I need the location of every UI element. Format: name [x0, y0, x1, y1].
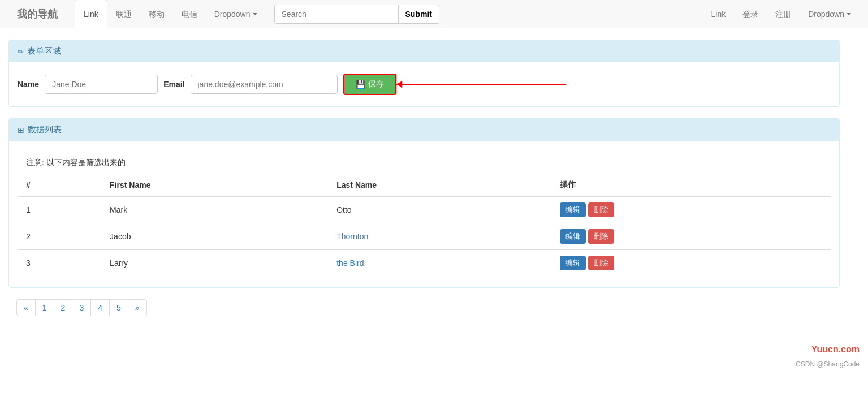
td-id: 3	[18, 250, 101, 277]
search-form: Submit	[274, 5, 439, 24]
delete-button[interactable]: 删除	[588, 256, 614, 270]
td-actions: 编辑删除	[551, 196, 831, 223]
navbar-brand: 我的导航	[8, 0, 66, 29]
pagination-page-1[interactable]: 1	[35, 299, 54, 316]
nav-right-link[interactable]: Link	[702, 0, 734, 28]
table-panel-heading: 数据列表	[9, 119, 839, 141]
td-last-name: Thornton	[328, 223, 551, 250]
navbar: 我的导航 Link 联通 移动 电信 Dropdown Submit Link …	[0, 0, 868, 28]
col-header-id: #	[18, 174, 101, 197]
form-panel: 表单区域 Name Email 保存	[8, 40, 840, 107]
table-panel-body: 注意: 以下内容是筛选出来的 # First Name Last Name 操作…	[9, 141, 839, 287]
name-input[interactable]	[45, 75, 158, 94]
dropdown-caret-icon	[253, 13, 257, 15]
table-row: 3Larrythe Bird编辑删除	[18, 250, 831, 277]
arrow-annotation	[396, 84, 566, 85]
pagination-prev[interactable]: «	[16, 299, 36, 316]
table-row: 2JacobThornton编辑删除	[18, 223, 831, 250]
delete-button[interactable]: 删除	[588, 229, 614, 244]
save-icon	[356, 80, 365, 89]
main-container: 表单区域 Name Email 保存	[0, 28, 848, 339]
pagination-next[interactable]: »	[128, 299, 147, 316]
pagination-page-5[interactable]: 5	[109, 299, 128, 316]
nav-dropdown-right[interactable]: Dropdown	[800, 1, 860, 27]
save-button[interactable]: 保存	[343, 74, 396, 95]
form-panel-body: Name Email 保存	[9, 62, 839, 106]
col-header-firstname: First Name	[101, 174, 328, 197]
nav-link-liantong[interactable]: 联通	[107, 0, 140, 28]
name-label: Name	[18, 80, 39, 89]
pagination-page-4[interactable]: 4	[90, 299, 110, 316]
data-table: # First Name Last Name 操作 1MarkOtto编辑删除2…	[18, 174, 831, 276]
table-icon	[18, 125, 24, 135]
table-panel-title: 数据列表	[28, 124, 62, 135]
td-first-name: Mark	[101, 196, 328, 223]
email-label: Email	[163, 80, 184, 89]
td-actions: 编辑删除	[551, 223, 831, 250]
form-panel-heading: 表单区域	[9, 40, 839, 62]
td-first-name: Larry	[101, 250, 328, 277]
email-input[interactable]	[191, 75, 338, 94]
table-panel: 数据列表 注意: 以下内容是筛选出来的 # First Name Last Na…	[8, 118, 840, 288]
nav-link-link[interactable]: Link	[75, 0, 107, 29]
col-header-actions: 操作	[551, 174, 831, 197]
td-last-name: Otto	[328, 196, 551, 223]
col-header-lastname: Last Name	[328, 174, 551, 197]
nav-right-login[interactable]: 登录	[734, 0, 767, 28]
footer-brand: Yuucn.com	[0, 339, 868, 360]
form-row: Name Email 保存	[18, 74, 831, 95]
pagination-page-2[interactable]: 2	[54, 299, 73, 316]
nav-dropdown-left[interactable]: Dropdown	[206, 1, 266, 27]
notice-text: 注意: 以下内容是筛选出来的	[18, 152, 831, 174]
navbar-right: Link 登录 注册 Dropdown	[702, 0, 860, 28]
nav-right-register[interactable]: 注册	[767, 0, 800, 28]
nav-link-yidong[interactable]: 移动	[140, 0, 173, 28]
edit-button[interactable]: 编辑	[560, 256, 586, 270]
td-first-name: Jacob	[101, 223, 328, 250]
td-last-name: the Bird	[328, 250, 551, 277]
submit-button[interactable]: Submit	[399, 5, 439, 24]
dropdown-caret-right-icon	[847, 13, 851, 15]
delete-button[interactable]: 删除	[588, 202, 614, 217]
edit-button[interactable]: 编辑	[560, 229, 586, 244]
td-id: 2	[18, 223, 101, 250]
footer-csdn: CSDN @ShangCode	[0, 360, 868, 374]
form-panel-title: 表单区域	[27, 46, 61, 57]
td-id: 1	[18, 196, 101, 223]
nav-link-dianxin[interactable]: 电信	[173, 0, 206, 28]
pagination: « 1 2 3 4 5 »	[17, 299, 831, 316]
table-row: 1MarkOtto编辑删除	[18, 196, 831, 223]
td-actions: 编辑删除	[551, 250, 831, 277]
search-input[interactable]	[274, 5, 399, 24]
pencil-icon	[18, 46, 24, 56]
edit-button[interactable]: 编辑	[560, 202, 586, 217]
pagination-page-3[interactable]: 3	[72, 299, 91, 316]
save-arrow-container: 保存	[343, 74, 566, 95]
